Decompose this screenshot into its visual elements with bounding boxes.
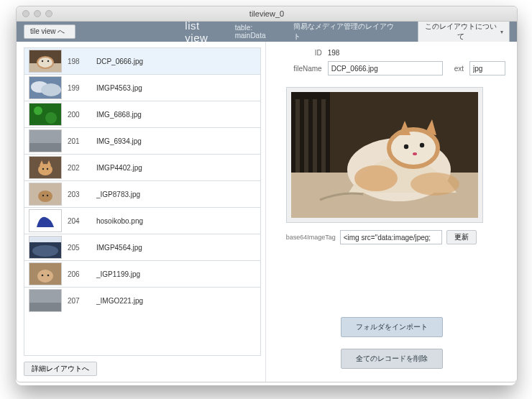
thumbnail [29, 236, 62, 259]
image-preview [286, 87, 483, 223]
ext-label: ext [454, 65, 464, 73]
row-id: 204 [68, 217, 91, 225]
svg-point-45 [411, 173, 459, 196]
row-filename: IMG_6868.jpg [96, 111, 142, 119]
svg-point-44 [354, 165, 398, 191]
svg-point-26 [32, 245, 58, 257]
svg-rect-27 [29, 237, 61, 242]
table-row[interactable]: 202IMGP4402.jpg [24, 155, 260, 181]
thumbnail [29, 183, 62, 206]
svg-rect-33 [29, 303, 61, 311]
row-id: 203 [68, 191, 91, 198]
row-filename: IMGP4402.jpg [96, 164, 142, 172]
id-value: 198 [328, 49, 340, 57]
layout-description: 簡易なメディア管理のレイアウト [293, 22, 394, 42]
svg-point-4 [42, 60, 43, 62]
row-id: 207 [68, 297, 91, 305]
row-filename: _IGP1199.jpg [96, 270, 140, 278]
row-filename: IMGP4564.jpg [96, 244, 142, 252]
svg-point-18 [42, 168, 44, 170]
table-row[interactable]: 203_IGP8783.jpg [24, 181, 260, 208]
table-row[interactable]: 207_IMGO221.jpg [24, 288, 260, 313]
toolbar: tile view へ list view table: mainData 簡易… [17, 22, 517, 42]
row-filename: _IMGO221.jpg [96, 297, 143, 305]
filename-field[interactable] [328, 61, 443, 75]
svg-point-21 [38, 191, 52, 202]
svg-point-46 [403, 145, 408, 149]
filename-label: fileName [279, 65, 322, 73]
row-id: 198 [68, 58, 91, 65]
window-title: tileview_0 [17, 9, 517, 18]
row-filename: hosoikobo.png [96, 217, 143, 225]
table-row[interactable]: 205IMGP4564.jpg [24, 234, 260, 261]
row-id: 206 [68, 270, 91, 278]
record-list[interactable]: 198DCP_0666.jpg199IMGP4563.jpg200IMG_686… [24, 47, 261, 356]
row-filename: IMGP4563.jpg [96, 84, 142, 92]
table-label: table: mainData [235, 24, 283, 40]
import-folder-button[interactable]: フォルダをインポート [341, 317, 443, 337]
row-id: 205 [68, 244, 91, 252]
svg-point-48 [413, 152, 417, 155]
record-list-panel: 198DCP_0666.jpg199IMGP4563.jpg200IMG_686… [17, 42, 266, 382]
tileview-button[interactable]: tile view へ [24, 24, 75, 39]
row-id: 201 [68, 137, 91, 145]
svg-point-10 [34, 106, 42, 115]
table-row[interactable]: 198DCP_0666.jpg [24, 48, 260, 75]
table-row[interactable]: 204hosoikobo.png [24, 208, 260, 234]
update-button[interactable]: 更新 [446, 230, 477, 244]
delete-all-button[interactable]: 全てのレコードを削除 [341, 349, 443, 369]
table-row[interactable]: 199IMGP4563.jpg [24, 75, 260, 101]
svg-point-22 [42, 195, 44, 196]
svg-point-30 [42, 275, 44, 277]
ext-field[interactable] [469, 61, 505, 75]
chevron-down-icon: ▾ [500, 29, 503, 35]
table-row[interactable]: 201IMG_6934.jpg [24, 128, 260, 155]
row-filename: IMG_6934.jpg [96, 137, 142, 145]
thumbnail [29, 103, 62, 126]
row-id: 199 [68, 84, 91, 92]
detail-panel: ID 198 fileName ext base64ImageTag 更新 [266, 42, 517, 382]
svg-rect-13 [29, 143, 61, 152]
table-row[interactable]: 206_IGP1199.jpg [24, 261, 260, 288]
row-filename: _IGP8783.jpg [96, 191, 140, 198]
row-id: 202 [68, 164, 91, 172]
svg-point-23 [47, 195, 48, 196]
listview-label: list view [185, 19, 223, 44]
thumbnail [29, 262, 62, 285]
detail-layout-button[interactable]: 詳細レイアウトへ [24, 362, 97, 376]
thumbnail [29, 156, 62, 179]
svg-point-31 [47, 275, 50, 277]
base64-field[interactable] [340, 230, 442, 244]
titlebar: tileview_0 [17, 6, 517, 22]
svg-point-15 [38, 164, 52, 175]
svg-point-47 [419, 143, 423, 147]
svg-point-29 [37, 270, 53, 283]
id-label: ID [279, 49, 322, 57]
svg-point-5 [47, 60, 49, 62]
thumbnail [29, 50, 62, 73]
thumbnail [29, 209, 62, 232]
base64-label: base64ImageTag [286, 234, 336, 241]
row-id: 200 [68, 111, 91, 119]
thumbnail [29, 289, 62, 312]
row-filename: DCP_0666.jpg [96, 58, 143, 65]
svg-point-11 [45, 112, 57, 124]
table-row[interactable]: 200IMG_6868.jpg [24, 101, 260, 128]
svg-point-8 [41, 83, 61, 96]
thumbnail [29, 76, 62, 99]
svg-point-19 [47, 168, 48, 170]
thumbnail [29, 129, 62, 152]
svg-rect-9 [29, 104, 61, 125]
about-layout-button[interactable]: このレイアウトについて ▾ [418, 19, 510, 44]
app-window: tileview_0 tile view へ list view table: … [16, 6, 518, 382]
